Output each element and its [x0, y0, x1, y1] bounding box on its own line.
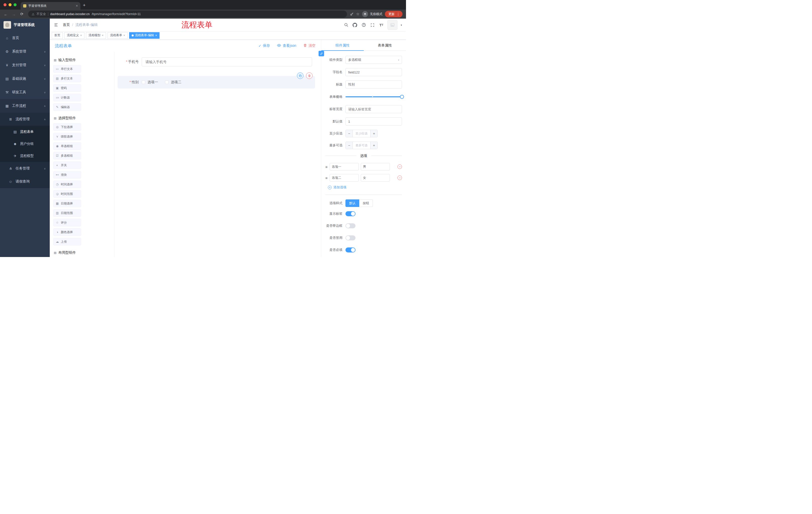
checkbox-icon[interactable]: [165, 80, 169, 84]
bookmark-star-icon[interactable]: ☆: [356, 12, 359, 16]
palette-item-upload[interactable]: ☁上传: [53, 238, 81, 245]
component-type-select[interactable]: 多选框组 ▾: [345, 56, 402, 64]
fullscreen-icon[interactable]: [370, 22, 375, 28]
palette-item-slider[interactable]: ⊷滑块: [53, 171, 81, 179]
back-icon[interactable]: ←: [2, 11, 9, 17]
tag-process-form-edit[interactable]: 流程表单-编辑 ×: [129, 32, 160, 39]
tag-process-model[interactable]: 流程模型 ×: [86, 32, 106, 39]
palette-item-password[interactable]: ▣密码: [53, 84, 81, 92]
plus-icon[interactable]: +: [370, 142, 377, 149]
forward-icon[interactable]: →: [10, 11, 17, 17]
help-icon[interactable]: [361, 22, 367, 28]
sidebar-item-system[interactable]: ⚙ 系统管理 ∨: [0, 45, 50, 58]
tab-close-icon[interactable]: ×: [76, 4, 78, 8]
min-select-value[interactable]: 至少应选: [353, 130, 370, 137]
sidebar-item-process-form[interactable]: ▤ 流程表单: [0, 126, 50, 138]
style-button-button[interactable]: 按钮: [359, 199, 373, 207]
palette-item-counter[interactable]: 123计数器: [53, 94, 81, 101]
disabled-toggle[interactable]: [345, 235, 355, 240]
grid-slider[interactable]: [345, 93, 402, 101]
sidebar-item-devtools[interactable]: ⚒ 研发工具 ∨: [0, 85, 50, 99]
form-canvas[interactable]: 手机号: [115, 52, 321, 257]
sidebar-item-payment[interactable]: ¥ 支付管理 ∨: [0, 58, 50, 72]
palette-item-multi-line-text[interactable]: ▤多行文本: [53, 75, 81, 82]
breadcrumb-home[interactable]: 首页: [63, 23, 70, 27]
close-icon[interactable]: ×: [155, 34, 157, 37]
remove-option-button[interactable]: −: [398, 164, 402, 169]
tag-process-form[interactable]: 流程表单 ×: [108, 32, 127, 39]
default-value-input[interactable]: [345, 117, 402, 126]
close-icon[interactable]: ×: [123, 34, 125, 37]
option-2-value-input[interactable]: [361, 174, 390, 182]
reload-icon[interactable]: ⟳: [19, 11, 25, 17]
browser-tab[interactable]: 芋道管理系统 ×: [21, 2, 80, 9]
sidebar-item-process-model[interactable]: ✈ 流程模型: [0, 150, 50, 162]
gender-option-1[interactable]: 选项一: [142, 80, 158, 84]
show-label-toggle[interactable]: [345, 211, 355, 216]
palette-item-color-picker[interactable]: ◑颜色选择: [53, 228, 81, 236]
view-json-button[interactable]: 查看json: [277, 43, 296, 48]
tab-component-props[interactable]: 组件属性: [321, 40, 364, 51]
new-tab-button[interactable]: +: [80, 3, 89, 9]
key-icon[interactable]: [350, 12, 354, 16]
checkbox-icon[interactable]: [142, 80, 145, 84]
option-1-label-input[interactable]: [330, 163, 359, 170]
save-button[interactable]: ✓ 保存: [259, 44, 270, 48]
chevron-down-icon[interactable]: ▾: [401, 24, 402, 26]
update-button[interactable]: 更新 ⋮: [385, 11, 403, 17]
minimize-window-button[interactable]: [8, 3, 11, 6]
sidebar-item-task-management[interactable]: ⋔ 任务管理 ∨: [0, 162, 50, 175]
title-input[interactable]: [345, 80, 402, 88]
add-option-button[interactable]: + 添加选项: [328, 185, 402, 190]
close-icon[interactable]: ×: [80, 34, 82, 37]
max-select-value[interactable]: 最多可选: [353, 142, 370, 149]
address-bar[interactable]: ⚠ 不安全 dashboard.yudao.iocoder.cn/bpm/man…: [28, 10, 347, 18]
sidebar-item-process-management[interactable]: ≣ 流程管理 ∧: [0, 113, 50, 126]
github-icon[interactable]: [352, 22, 358, 28]
label-width-input[interactable]: [345, 105, 402, 113]
canvas-field-phone[interactable]: 手机号: [118, 55, 315, 69]
palette-item-date-range[interactable]: ▥日期范围: [53, 209, 81, 217]
avatar[interactable]: [387, 20, 398, 30]
tag-process-definition[interactable]: 流程定义 ×: [64, 32, 84, 39]
palette-item-select[interactable]: ◎下拉选择: [53, 123, 81, 131]
font-size-icon[interactable]: TT: [379, 22, 384, 28]
sidebar-item-home[interactable]: ⌂ 首页: [0, 31, 50, 45]
browser-menu-icon[interactable]: ⋮: [397, 12, 400, 16]
zoom-window-button[interactable]: [13, 3, 17, 6]
palette-item-rate[interactable]: ☆评分: [53, 219, 81, 226]
tab-form-props[interactable]: 表单属性: [364, 40, 406, 51]
search-icon[interactable]: [343, 22, 349, 28]
sidebar-item-workflow[interactable]: ▦ 工作流程 ∧: [0, 99, 50, 113]
tag-home[interactable]: 首页: [52, 32, 63, 39]
minus-icon[interactable]: −: [346, 130, 353, 137]
style-default-button[interactable]: 默认: [345, 199, 359, 207]
palette-item-cascader[interactable]: ⋎级联选择: [53, 133, 81, 140]
close-window-button[interactable]: [3, 3, 6, 6]
palette-item-date-picker[interactable]: ▦日期选择: [53, 200, 81, 207]
remove-option-button[interactable]: −: [398, 175, 402, 180]
palette-item-editor[interactable]: ✎编辑器: [53, 103, 81, 111]
palette-item-checkbox-group[interactable]: ☑多选框组: [53, 152, 81, 159]
field-name-input[interactable]: [345, 68, 402, 76]
drag-handle-icon[interactable]: ≡: [325, 176, 328, 180]
border-toggle[interactable]: [345, 223, 355, 228]
drag-handle-icon[interactable]: ≡: [325, 165, 328, 169]
hamburger-icon[interactable]: [54, 23, 58, 27]
sidebar-item-infrastructure[interactable]: ▤ 基础设施 ∨: [0, 72, 50, 85]
delete-field-button[interactable]: [306, 73, 313, 79]
palette-item-time-picker[interactable]: ◷时间选择: [53, 181, 81, 188]
minus-icon[interactable]: −: [346, 142, 353, 149]
link-badge-icon[interactable]: [319, 51, 324, 56]
palette-item-switch[interactable]: ◐开关: [53, 161, 81, 169]
canvas-field-gender-selected[interactable]: 性别 选项一 选项二: [118, 76, 315, 88]
sidebar-item-user-group[interactable]: ☻ 用户分组: [0, 138, 50, 150]
clear-button[interactable]: 清空: [303, 44, 316, 48]
palette-item-single-line-text[interactable]: ▭单行文本: [53, 65, 81, 73]
sidebar-logo[interactable]: 芋道管理系统: [0, 19, 50, 31]
slider-handle[interactable]: [400, 95, 404, 99]
option-2-label-input[interactable]: [330, 174, 359, 182]
gender-option-2[interactable]: 选项二: [165, 80, 181, 84]
palette-item-time-range[interactable]: ◶时间范围: [53, 190, 81, 198]
phone-input[interactable]: [142, 57, 312, 66]
